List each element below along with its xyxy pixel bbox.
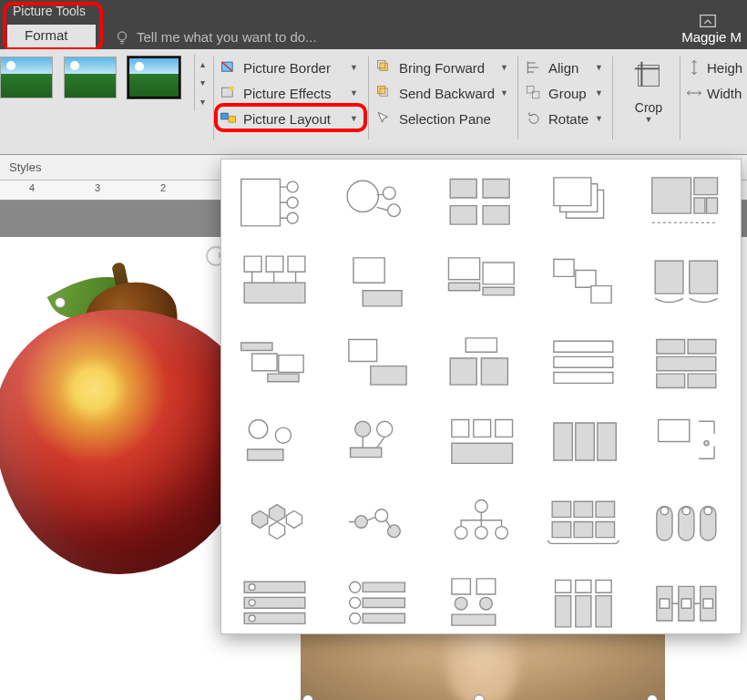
crop-button[interactable]: Crop ▼ bbox=[622, 55, 675, 124]
svg-rect-11 bbox=[527, 87, 535, 94]
layout-option[interactable] bbox=[330, 325, 427, 400]
svg-rect-124 bbox=[596, 595, 611, 626]
svg-rect-63 bbox=[688, 374, 716, 387]
svg-point-65 bbox=[275, 427, 291, 443]
svg-rect-90 bbox=[553, 501, 572, 517]
layout-option[interactable] bbox=[535, 566, 632, 641]
picture-border-button[interactable]: Picture Border ▼ bbox=[218, 55, 362, 80]
tab-format[interactable]: Format bbox=[7, 25, 96, 47]
chevron-down-icon[interactable]: ▼ bbox=[350, 63, 362, 72]
selection-handle[interactable] bbox=[302, 695, 313, 700]
height-icon bbox=[685, 58, 703, 77]
picture-styles-more[interactable]: ▴ ▾ ▾ bbox=[194, 55, 210, 111]
rotate-button[interactable]: Rotate ▼ bbox=[523, 106, 607, 131]
layout-option[interactable] bbox=[535, 325, 632, 400]
layout-option[interactable] bbox=[433, 325, 530, 400]
svg-rect-31 bbox=[707, 198, 718, 213]
svg-rect-55 bbox=[466, 338, 496, 352]
picture-style-3-selected[interactable] bbox=[128, 57, 180, 98]
picture-style-1[interactable] bbox=[0, 57, 53, 98]
layout-option[interactable] bbox=[433, 486, 530, 561]
layout-option[interactable] bbox=[227, 566, 324, 641]
selection-handle[interactable] bbox=[647, 695, 658, 700]
svg-point-110 bbox=[350, 597, 361, 608]
layout-option[interactable] bbox=[433, 165, 530, 240]
layout-option[interactable] bbox=[433, 406, 530, 480]
layout-option[interactable] bbox=[638, 406, 735, 480]
selection-handle[interactable] bbox=[474, 695, 485, 700]
chevron-down-icon[interactable]: ▼ bbox=[595, 88, 607, 98]
picture-border-icon bbox=[220, 58, 238, 77]
selection-handle[interactable] bbox=[55, 297, 66, 308]
svg-rect-59 bbox=[657, 339, 685, 353]
layout-option[interactable] bbox=[227, 406, 324, 480]
width-label: Width bbox=[707, 86, 742, 101]
svg-rect-52 bbox=[371, 365, 406, 385]
layout-option[interactable] bbox=[227, 325, 324, 400]
svg-rect-24 bbox=[483, 205, 509, 224]
layout-option[interactable] bbox=[330, 245, 427, 320]
layout-option[interactable] bbox=[227, 245, 324, 320]
selection-pane-button[interactable]: Selection Pane bbox=[374, 106, 512, 131]
user-name[interactable]: Maggie M bbox=[681, 29, 742, 45]
svg-rect-22 bbox=[483, 179, 509, 198]
svg-rect-71 bbox=[473, 419, 490, 437]
svg-rect-66 bbox=[248, 449, 283, 460]
layout-option[interactable] bbox=[638, 486, 735, 561]
layout-option[interactable] bbox=[330, 165, 427, 240]
bring-forward-icon bbox=[375, 58, 394, 77]
collapse-ribbon-icon[interactable] bbox=[698, 11, 718, 31]
svg-marker-79 bbox=[252, 510, 268, 528]
layout-option[interactable] bbox=[638, 165, 735, 240]
more-icon[interactable]: ▾ bbox=[198, 97, 209, 108]
layout-option[interactable] bbox=[638, 325, 735, 400]
layout-option[interactable] bbox=[535, 486, 632, 561]
svg-rect-44 bbox=[591, 285, 611, 303]
group-button[interactable]: Group ▼ bbox=[523, 80, 607, 106]
chevron-down-icon[interactable]: ▼ bbox=[595, 63, 607, 72]
svg-rect-51 bbox=[349, 339, 377, 361]
layout-option[interactable] bbox=[433, 245, 530, 320]
height-input[interactable]: Heigh bbox=[685, 55, 747, 80]
layout-option[interactable] bbox=[330, 406, 427, 480]
picture-styles-gallery[interactable] bbox=[0, 57, 180, 98]
send-backward-label: Send Backward bbox=[399, 86, 495, 101]
chevron-down-icon[interactable]: ▼ bbox=[595, 114, 607, 123]
picture-tools-title: Picture Tools bbox=[13, 4, 86, 18]
svg-rect-120 bbox=[556, 595, 571, 626]
layout-option[interactable] bbox=[638, 245, 735, 320]
svg-rect-35 bbox=[244, 283, 305, 303]
svg-point-15 bbox=[287, 181, 298, 192]
svg-point-105 bbox=[249, 584, 255, 591]
layout-option[interactable] bbox=[535, 245, 632, 320]
styles-group-label: Styles bbox=[9, 155, 41, 180]
chevron-down-icon[interactable]: ▼ bbox=[350, 88, 362, 98]
chevron-down-icon[interactable]: ▼ bbox=[500, 88, 512, 98]
row-down-icon[interactable]: ▾ bbox=[198, 77, 209, 88]
layout-option[interactable] bbox=[330, 566, 427, 641]
layout-option[interactable] bbox=[330, 486, 427, 561]
picture-layout-gallery[interactable] bbox=[220, 159, 742, 634]
layout-option[interactable] bbox=[227, 165, 324, 240]
layout-option[interactable] bbox=[535, 165, 632, 240]
svg-point-18 bbox=[347, 180, 378, 211]
tell-me-input[interactable]: Tell me what you want to do... bbox=[137, 29, 317, 45]
picture-effects-button[interactable]: Picture Effects ▼ bbox=[218, 80, 362, 106]
row-up-icon[interactable]: ▴ bbox=[198, 58, 209, 69]
picture-effects-icon bbox=[220, 84, 238, 102]
align-button[interactable]: Align ▼ bbox=[523, 55, 607, 80]
svg-point-101 bbox=[704, 507, 712, 515]
width-input[interactable]: Width bbox=[685, 80, 747, 106]
chevron-down-icon[interactable]: ▼ bbox=[500, 63, 512, 72]
picture-style-2[interactable] bbox=[64, 57, 117, 98]
svg-point-68 bbox=[376, 421, 392, 437]
send-backward-button[interactable]: Send Backward ▼ bbox=[374, 80, 512, 106]
layout-option[interactable] bbox=[638, 566, 735, 641]
layout-option[interactable] bbox=[433, 566, 530, 641]
svg-rect-30 bbox=[694, 198, 705, 213]
layout-option[interactable] bbox=[535, 406, 632, 480]
layout-option[interactable] bbox=[227, 486, 324, 561]
svg-point-112 bbox=[350, 612, 361, 623]
chevron-down-icon[interactable]: ▼ bbox=[622, 115, 675, 124]
bring-forward-button[interactable]: Bring Forward ▼ bbox=[374, 55, 512, 80]
